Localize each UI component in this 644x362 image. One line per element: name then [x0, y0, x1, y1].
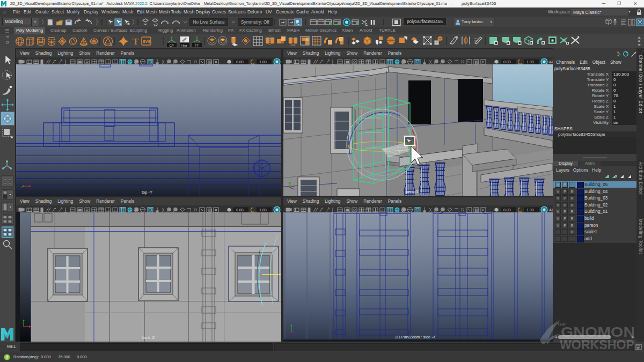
svg-text:front -Z: front -Z: [142, 335, 155, 340]
svg-text:top -Y: top -Y: [142, 190, 152, 195]
svg-text:SVG: SVG: [143, 40, 151, 43]
svg-text:2D Pan/Zoom : side -X: 2D Pan/Zoom : side -X: [395, 335, 436, 339]
svg-text:T: T: [133, 36, 139, 47]
svg-text:FT: FT: [195, 44, 199, 47]
svg-text:CP: CP: [170, 44, 174, 47]
svg-text:persp3: persp3: [406, 189, 418, 194]
svg-text:Hist: Hist: [181, 44, 187, 47]
svg-text:?: ?: [6, 354, 9, 360]
